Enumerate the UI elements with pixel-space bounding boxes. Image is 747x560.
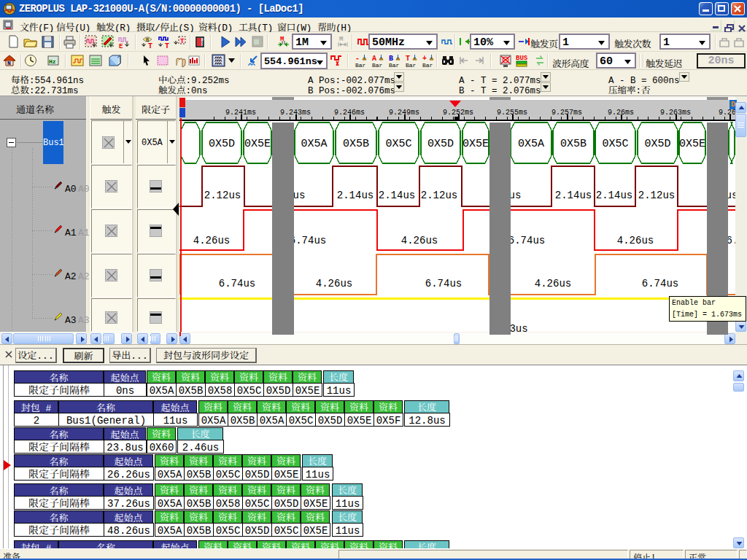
svg-text:0X5D: 0X5D bbox=[427, 138, 454, 150]
svg-text:Bar: Bar bbox=[422, 61, 433, 68]
svg-text:E: E bbox=[119, 41, 123, 49]
svg-text:Hz: Hz bbox=[49, 57, 56, 65]
svg-text:BUS: BUS bbox=[516, 54, 528, 62]
svg-text:Bar: Bar bbox=[406, 61, 417, 68]
svg-text:Bar: Bar bbox=[389, 61, 400, 68]
svg-text:0X5B: 0X5B bbox=[560, 138, 587, 150]
svg-text:Bar: Bar bbox=[355, 61, 366, 68]
svg-text:0X5E: 0X5E bbox=[462, 138, 489, 150]
svg-text:0X5D: 0X5D bbox=[209, 138, 235, 150]
svg-text:0X5D: 0X5D bbox=[644, 138, 670, 150]
svg-text:0X5A: 0X5A bbox=[301, 138, 327, 150]
svg-text:T: T bbox=[180, 36, 185, 45]
svg-text:0X5E: 0X5E bbox=[679, 138, 705, 150]
svg-text:0X5E: 0X5E bbox=[244, 138, 271, 150]
svg-text:Bar: Bar bbox=[372, 61, 383, 68]
svg-text:0X5A: 0X5A bbox=[518, 138, 544, 150]
svg-text:0X5C: 0X5C bbox=[602, 138, 628, 150]
svg-text:N: N bbox=[7, 58, 11, 66]
svg-text:0X5C: 0X5C bbox=[385, 138, 411, 150]
svg-text:0X5B: 0X5B bbox=[343, 138, 369, 150]
svg-text:T: T bbox=[148, 39, 152, 49]
svg-text:T: T bbox=[165, 39, 169, 49]
svg-text:M: M bbox=[339, 35, 343, 43]
